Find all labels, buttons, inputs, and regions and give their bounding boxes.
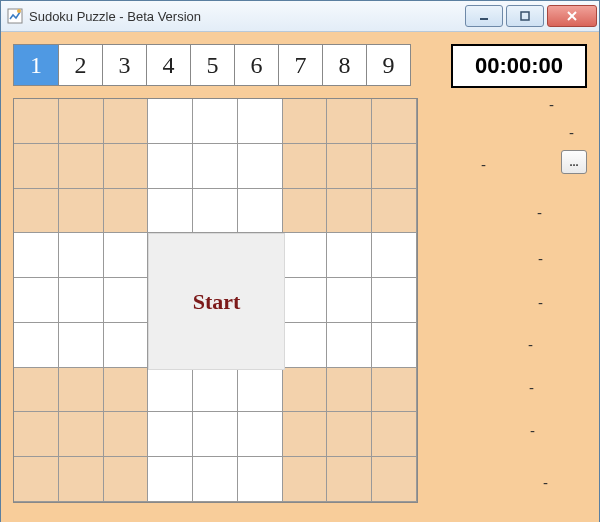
cell-6-7[interactable]	[327, 368, 372, 413]
cell-0-1[interactable]	[59, 99, 104, 144]
cell-6-1[interactable]	[59, 368, 104, 413]
cell-6-0[interactable]	[14, 368, 59, 413]
side-mark-1: -	[569, 124, 574, 141]
number-choice-7[interactable]: 7	[278, 45, 322, 85]
cell-4-8[interactable]	[372, 278, 417, 323]
cell-4-6[interactable]	[283, 278, 328, 323]
more-button[interactable]: ...	[561, 150, 587, 174]
cell-2-3[interactable]	[148, 189, 193, 234]
cell-1-1[interactable]	[59, 144, 104, 189]
number-choice-2[interactable]: 2	[58, 45, 102, 85]
cell-2-8[interactable]	[372, 189, 417, 234]
number-choice-6[interactable]: 6	[234, 45, 278, 85]
cell-7-3[interactable]	[148, 412, 193, 457]
number-choice-1[interactable]: 1	[14, 45, 58, 85]
maximize-button[interactable]	[506, 5, 544, 27]
cell-1-2[interactable]	[104, 144, 149, 189]
minimize-button[interactable]	[465, 5, 503, 27]
cell-0-4[interactable]	[193, 99, 238, 144]
cell-6-5[interactable]	[238, 368, 283, 413]
cell-7-7[interactable]	[327, 412, 372, 457]
number-choice-5[interactable]: 5	[190, 45, 234, 85]
cell-8-8[interactable]	[372, 457, 417, 502]
number-choice-8[interactable]: 8	[322, 45, 366, 85]
cell-0-3[interactable]	[148, 99, 193, 144]
cell-6-3[interactable]	[148, 368, 193, 413]
window-title: Sudoku Puzzle - Beta Version	[29, 9, 465, 24]
cell-3-2[interactable]	[104, 233, 149, 278]
cell-7-5[interactable]	[238, 412, 283, 457]
cell-0-8[interactable]	[372, 99, 417, 144]
cell-8-4[interactable]	[193, 457, 238, 502]
cell-4-2[interactable]	[104, 278, 149, 323]
cell-8-2[interactable]	[104, 457, 149, 502]
cell-2-6[interactable]	[283, 189, 328, 234]
cell-2-2[interactable]	[104, 189, 149, 234]
cell-5-2[interactable]	[104, 323, 149, 368]
cell-8-1[interactable]	[59, 457, 104, 502]
cell-3-7[interactable]	[327, 233, 372, 278]
cell-2-0[interactable]	[14, 189, 59, 234]
app-icon	[7, 8, 23, 24]
cell-0-2[interactable]	[104, 99, 149, 144]
cell-8-7[interactable]	[327, 457, 372, 502]
cell-2-1[interactable]	[59, 189, 104, 234]
cell-3-6[interactable]	[283, 233, 328, 278]
timer-display: 00:00:00	[451, 44, 587, 88]
svg-point-1	[17, 9, 21, 13]
cell-6-2[interactable]	[104, 368, 149, 413]
cell-0-7[interactable]	[327, 99, 372, 144]
number-choice-4[interactable]: 4	[146, 45, 190, 85]
cell-7-6[interactable]	[283, 412, 328, 457]
cell-4-0[interactable]	[14, 278, 59, 323]
cell-4-1[interactable]	[59, 278, 104, 323]
cell-7-0[interactable]	[14, 412, 59, 457]
side-mark-4: -	[538, 250, 543, 267]
cell-7-1[interactable]	[59, 412, 104, 457]
cell-5-7[interactable]	[327, 323, 372, 368]
cell-5-1[interactable]	[59, 323, 104, 368]
cell-5-0[interactable]	[14, 323, 59, 368]
cell-6-8[interactable]	[372, 368, 417, 413]
cell-2-4[interactable]	[193, 189, 238, 234]
cell-7-4[interactable]	[193, 412, 238, 457]
cell-5-8[interactable]	[372, 323, 417, 368]
client-area: 123456789 00:00:00 Start ... ----------	[1, 32, 599, 522]
cell-1-5[interactable]	[238, 144, 283, 189]
cell-8-0[interactable]	[14, 457, 59, 502]
cell-2-7[interactable]	[327, 189, 372, 234]
cell-5-6[interactable]	[283, 323, 328, 368]
cell-2-5[interactable]	[238, 189, 283, 234]
side-mark-3: -	[537, 204, 542, 221]
window-buttons	[465, 5, 597, 27]
cell-6-6[interactable]	[283, 368, 328, 413]
cell-3-8[interactable]	[372, 233, 417, 278]
cell-1-7[interactable]	[327, 144, 372, 189]
number-picker: 123456789	[13, 44, 411, 86]
cell-6-4[interactable]	[193, 368, 238, 413]
titlebar: Sudoku Puzzle - Beta Version	[1, 1, 599, 32]
cell-1-6[interactable]	[283, 144, 328, 189]
cell-1-8[interactable]	[372, 144, 417, 189]
cell-3-1[interactable]	[59, 233, 104, 278]
side-mark-0: -	[549, 96, 554, 113]
start-button[interactable]: Start	[148, 233, 285, 370]
cell-1-4[interactable]	[193, 144, 238, 189]
cell-8-6[interactable]	[283, 457, 328, 502]
cell-0-5[interactable]	[238, 99, 283, 144]
side-mark-8: -	[530, 422, 535, 439]
side-mark-2: -	[481, 156, 486, 173]
cell-1-0[interactable]	[14, 144, 59, 189]
number-choice-3[interactable]: 3	[102, 45, 146, 85]
cell-3-0[interactable]	[14, 233, 59, 278]
cell-0-0[interactable]	[14, 99, 59, 144]
cell-4-7[interactable]	[327, 278, 372, 323]
cell-8-3[interactable]	[148, 457, 193, 502]
cell-0-6[interactable]	[283, 99, 328, 144]
number-choice-9[interactable]: 9	[366, 45, 410, 85]
cell-7-8[interactable]	[372, 412, 417, 457]
cell-1-3[interactable]	[148, 144, 193, 189]
close-button[interactable]	[547, 5, 597, 27]
cell-7-2[interactable]	[104, 412, 149, 457]
cell-8-5[interactable]	[238, 457, 283, 502]
